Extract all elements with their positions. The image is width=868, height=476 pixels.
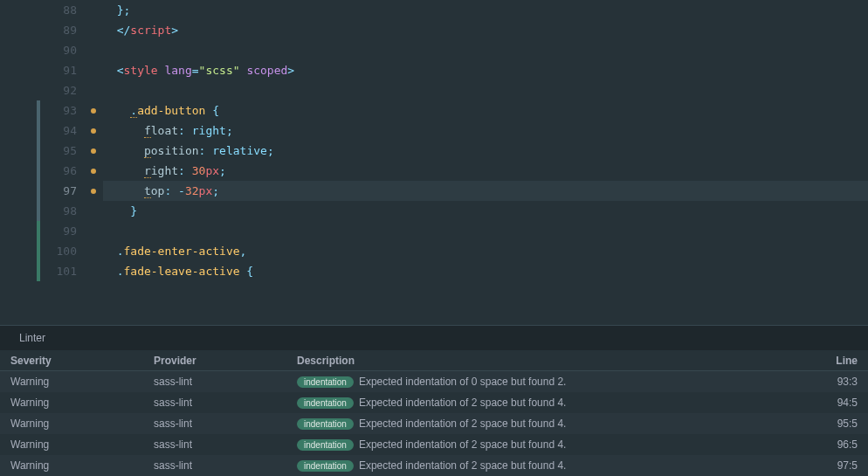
code-line[interactable] [103,80,868,100]
line-number[interactable]: 98 [44,201,77,221]
panel-tabbar: Linter [0,326,868,350]
code-line[interactable]: .fade-leave-active { [103,261,868,281]
cell-line: 95:5 [805,417,858,430]
change-marker [37,221,40,281]
cell-description: indentationExpected indentation of 0 spa… [297,376,805,388]
line-number[interactable]: 100 [44,241,77,261]
rule-badge: indentation [297,376,354,388]
table-row[interactable]: Warningsass-lintindentationExpected inde… [0,455,868,476]
linter-panel: Linter Severity Provider Description Lin… [0,325,868,476]
cell-description: indentationExpected indentation of 2 spa… [297,438,805,451]
rule-badge: indentation [297,418,354,430]
table-header: Severity Provider Description Line [0,350,868,371]
cell-description: indentationExpected indentation of 2 spa… [297,397,805,409]
cell-line: 96:5 [805,438,858,451]
lint-dot-icon[interactable] [91,148,96,154]
line-number[interactable]: 93 [44,100,77,121]
col-provider[interactable]: Provider [154,355,297,367]
lint-dot-icon[interactable] [91,189,96,194]
cell-severity: Warning [10,438,154,451]
code-line[interactable]: <style lang="scss" scoped> [103,60,868,80]
cell-line: 94:5 [805,397,858,409]
table-row[interactable]: Warningsass-lintindentationExpected inde… [0,371,868,392]
cell-provider: sass-lint [154,459,297,472]
code-line[interactable]: right: 30px; [103,161,868,181]
line-number[interactable]: 90 [44,40,77,60]
rule-badge: indentation [297,439,354,451]
line-number[interactable]: 91 [44,60,77,80]
table-row[interactable]: Warningsass-lintindentationExpected inde… [0,413,868,434]
rule-badge: indentation [297,397,354,409]
line-number[interactable]: 97 [44,181,77,201]
code-line[interactable] [103,40,868,60]
code-editor[interactable]: 888990919293949596979899100101 }; </scri… [0,0,868,325]
line-number[interactable]: 95 [44,141,77,161]
code-line[interactable] [103,221,868,241]
lint-dot-icon[interactable] [91,108,96,114]
cell-description: indentationExpected indentation of 2 spa… [297,459,805,472]
code-line[interactable]: position: relative; [103,141,868,161]
rule-badge: indentation [297,460,354,472]
code-area[interactable]: }; </script> <style lang="scss" scoped> … [86,0,868,325]
code-line[interactable]: .fade-enter-active, [103,241,868,261]
lint-dot-icon[interactable] [91,128,96,134]
col-severity[interactable]: Severity [10,355,154,367]
cell-severity: Warning [10,417,154,430]
cell-line: 93:3 [805,376,858,388]
line-number[interactable]: 101 [44,261,77,281]
line-number[interactable]: 88 [44,0,77,20]
table-row[interactable]: Warningsass-lintindentationExpected inde… [0,392,868,413]
cell-severity: Warning [10,397,154,409]
code-line[interactable]: float: right; [103,121,868,141]
cell-provider: sass-lint [154,417,297,430]
code-line[interactable]: } [103,201,868,221]
cell-severity: Warning [10,459,154,472]
lint-dot-icon[interactable] [91,169,96,174]
gutter: 888990919293949596979899100101 [44,0,86,325]
col-line[interactable]: Line [805,355,858,367]
code-line[interactable]: }; [103,0,868,20]
code-line[interactable]: .add-button { [103,100,868,121]
cell-provider: sass-lint [154,438,297,451]
cell-provider: sass-lint [154,376,297,388]
line-number[interactable]: 96 [44,161,77,181]
code-line[interactable]: </script> [103,20,868,40]
code-line[interactable]: top: -32px; [103,181,868,201]
table-row[interactable]: Warningsass-lintindentationExpected inde… [0,434,868,455]
line-number[interactable]: 94 [44,121,77,141]
tab-linter[interactable]: Linter [10,327,54,349]
line-number[interactable]: 89 [44,20,77,40]
cell-severity: Warning [10,376,154,388]
change-marker [37,100,40,221]
cell-provider: sass-lint [154,397,297,409]
cell-description: indentationExpected indentation of 2 spa… [297,417,805,430]
col-description[interactable]: Description [297,355,805,367]
line-number[interactable]: 92 [44,80,77,100]
linter-table: Severity Provider Description Line Warni… [0,350,868,476]
line-number[interactable]: 99 [44,221,77,241]
cell-line: 97:5 [805,459,858,472]
